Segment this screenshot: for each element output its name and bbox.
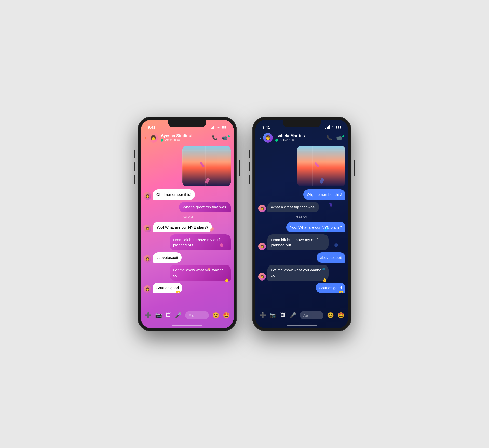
camera-button-dark[interactable]: 📷 [270,312,277,319]
bubble-6-dark: #Lovetoseeit [317,252,345,263]
bubble-7-dark: Let me know what you wanna do! 👍 [267,265,329,281]
bubble-2-light: What a great trip that was. [179,202,231,212]
emoji-button-light[interactable]: 😊 [212,312,219,319]
contact-avatar-light: 👩 [148,133,158,143]
bubble-2-dark: What a great trip that was. [267,202,319,212]
msg-row-2-light: What a great trip that was. [144,202,231,212]
msg-row-5-light: Hmm idk but I have my outfit planned out… [144,234,231,250]
wifi-icon-dark: ∿ [332,125,334,129]
bubble-6-light: #Lovetoseeit [153,252,182,263]
signal-bar-d1 [325,128,326,129]
contact-info-dark: Isabela Martins Active now [275,134,327,142]
phone-light-inner: 9:41 ∿ ▮▮▮ ‹ [141,120,234,328]
signal-bar-4 [215,125,215,129]
contact-info-light: Ayesha Siddiqui Active now [161,134,212,142]
bubble-5-light: Hmm idk but I have my outfit planned out… [170,234,231,250]
timestamp-dark: 9:41 AM [258,215,345,219]
back-button-light[interactable]: ‹ [145,134,146,141]
emoji-button-dark[interactable]: 😊 [327,312,334,319]
status-icons-dark: ∿ ▮▮▮ [325,125,341,129]
reaction-7-dark: 👍 [322,277,327,283]
input-placeholder-light: Aa [189,313,193,317]
signal-bar-d2 [327,127,328,129]
active-dot-light [161,139,163,142]
avatar-2-dark: 👩 [258,205,266,212]
avatar-8-light: 👩 [144,285,151,293]
sticker-button-light[interactable]: 🤩 [223,312,230,319]
header-actions-light: 📞 📹 [212,135,230,141]
header-actions-dark: 📞 📹 [327,135,344,141]
msg-row-6-light: 👩 #Lovetoseeit [144,252,231,263]
reaction-7-light: 👍 [224,277,229,283]
phone-dark: 9:41 ∿ ▮▮▮ ‹ [252,117,351,331]
msg-row-7-light: Let me know what you wanna do! 👍 [144,265,231,281]
call-button-dark[interactable]: 📞 [327,135,332,141]
phone-dark-inner: 9:41 ∿ ▮▮▮ ‹ [255,120,348,328]
back-button-dark[interactable]: ‹ [259,134,261,141]
home-indicator-light [172,325,202,326]
mic-button-light[interactable]: 🎤 [175,312,182,319]
avatar-7-dark: 👩 [258,273,266,281]
bubble-1-light: Oh, I remember this! [153,189,195,200]
phone-light: 9:41 ∿ ▮▮▮ ‹ [138,117,237,331]
wifi-icon-light: ∿ [217,125,220,129]
bubble-5-dark: Hmm idk but I have my outfit planned out… [267,234,329,250]
video-button-dark[interactable]: 📹 [336,135,344,141]
status-time-light: 9:41 [148,125,155,129]
image-button-dark[interactable]: 🖼 [280,312,286,319]
phone-light-screen: 9:41 ∿ ▮▮▮ ‹ [141,120,234,328]
chat-header-dark: ‹ 👩 Isabela Martins Active now 📞 📹 [255,131,348,146]
call-button-light[interactable]: 📞 [212,135,218,141]
signal-bars-dark [325,125,330,129]
status-icons-light: ∿ ▮▮▮ [211,125,227,129]
bubble-1-dark: Oh, I remember this! [303,189,345,200]
camera-button-light[interactable]: 📷 [155,312,162,319]
video-active-dot-dark [342,135,344,137]
shared-photo-dark [297,146,345,186]
mic-button-dark[interactable]: 🎤 [289,312,296,319]
video-button-light[interactable]: 📹 [222,135,230,141]
signal-bars-light [211,125,215,129]
photo-message-dark [258,146,345,186]
bubble-4-light: Yoo! What are our NYE plans? [153,222,212,232]
timestamp-light: 9:41 AM [144,215,231,219]
bubble-7-light: Let me know what you wanna do! 👍 [170,265,231,281]
status-time-dark: 9:41 [262,125,270,129]
message-input-light[interactable]: Aa [185,311,209,319]
msg-row-2-dark: 👩 What a great trip that was. [258,202,345,212]
active-dot-dark [275,139,278,142]
message-input-dark[interactable]: Aa [300,311,323,319]
add-button-dark[interactable]: ➕ [259,312,266,319]
reaction-8-dark: 🫶 [339,290,343,295]
msg-row-1-light: 👩 Oh, I remember this! [144,189,231,200]
input-placeholder-dark: Aa [303,313,308,317]
notch [168,120,206,127]
signal-bar-d4 [329,125,330,129]
signal-bar-d3 [328,126,329,129]
msg-row-6-dark: #Lovetoseeit [258,252,345,263]
avatar-5-dark: 👩 [258,243,266,250]
bubble-4-dark: Yoo! What are our NYE plans? [286,222,345,232]
battery-icon-light: ▮▮▮ [221,125,227,129]
home-indicator-dark [287,325,317,326]
shared-photo-light [182,146,231,186]
messages-area-dark: Oh, I remember this! 👩 What a great trip… [255,146,348,309]
msg-row-5-dark: 👩 Hmm idk but I have my outfit planned o… [258,234,345,250]
sticker-button-dark[interactable]: 🤩 [337,312,344,319]
signal-bar-2 [212,127,213,129]
avatar-6-light: 👩 [144,255,151,263]
reaction-8-light: 🫶 [176,290,180,295]
chat-toolbar-dark: ➕ 📷 🖼 🎤 Aa 😊 🤩 [255,309,348,324]
contact-avatar-dark: 👩 [263,133,273,143]
messages-area-light: 👩 Oh, I remember this! What a great trip… [141,146,234,309]
bubble-8-light: Sounds good 🫶 [153,283,182,293]
phone-dark-screen: 9:41 ∿ ▮▮▮ ‹ [255,120,348,328]
avatar-1-light: 👩 [144,192,151,200]
image-button-light[interactable]: 🖼 [166,312,171,319]
add-button-light[interactable]: ➕ [145,312,152,319]
msg-row-4-light: 👩 Yoo! What are our NYE plans? [144,222,231,232]
msg-row-1-dark: Oh, I remember this! [258,189,345,200]
msg-row-7-dark: 👩 Let me know what you wanna do! 👍 [258,265,345,281]
photo-message-light [144,146,231,186]
signal-bar-3 [213,126,214,129]
